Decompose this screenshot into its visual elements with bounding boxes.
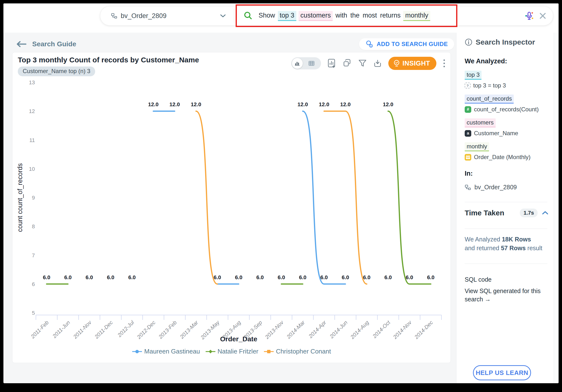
data-label: 12.0: [191, 101, 201, 107]
x-tick-label: 2011-Nov: [72, 319, 93, 340]
chart-svg: count count_of_records13121110987652011-…: [15, 78, 443, 346]
in-heading: In:: [465, 170, 549, 177]
more-options-button[interactable]: [443, 59, 446, 68]
filter-button[interactable]: [358, 59, 367, 67]
data-label: 6.0: [256, 274, 264, 280]
main-area: Search Guide ADD TO SEARCH GUIDE: [3, 33, 456, 383]
x-tick-label: 2014-Aug: [349, 319, 370, 340]
x-tick-label: 2013-Mar: [178, 319, 199, 340]
sql-code-label: SQL code: [465, 276, 549, 283]
divider: [465, 264, 547, 264]
data-label: 6.0: [342, 274, 349, 280]
in-dataset-name: bv_Order_2809: [474, 184, 517, 191]
calendar-icon: [465, 154, 471, 161]
analyzed-group: monthlyOrder_Date (Monthly): [465, 143, 549, 161]
series-line[interactable]: [153, 111, 346, 284]
we-analyzed-heading: We Analyzed:: [465, 57, 549, 65]
y-tick-label: 5: [32, 310, 35, 316]
analyzed-token[interactable]: top 3: [465, 71, 481, 80]
view-sql-link[interactable]: View SQL generated for this search →: [465, 287, 546, 303]
legend-item[interactable]: Natalie Fritzler: [205, 348, 258, 355]
data-label: 6.0: [363, 274, 371, 280]
app-window: bv_Order_2809 Showtop 3customerswiththem…: [3, 3, 559, 383]
x-tick-label: 2013-Nov: [264, 319, 285, 340]
data-label: 6.0: [385, 274, 392, 280]
guide-row: Search Guide ADD TO SEARCH GUIDE: [3, 33, 456, 52]
legend-label: Christopher Conant: [276, 348, 331, 355]
analyzed-group: customersaCustomer_Name: [465, 119, 549, 137]
analyzed-token[interactable]: monthly: [465, 142, 489, 151]
analyzed-token[interactable]: customers: [465, 118, 496, 127]
y-tick-label: 8: [32, 224, 35, 229]
time-taken-label: Time Taken: [465, 209, 504, 217]
chart-toolbar: INSIGHT: [291, 57, 446, 70]
analyzed-token[interactable]: count_of_records: [465, 95, 514, 103]
search-input[interactable]: Showtop 3customerswiththemostreturnsmont…: [234, 6, 553, 25]
data-label: 12.0: [298, 101, 308, 107]
legend-item[interactable]: Maureen Gastineau: [132, 348, 200, 355]
inspector-header: Search Inspector: [465, 38, 549, 46]
series-line[interactable]: [196, 111, 367, 284]
legend-label: Maureen Gastineau: [144, 348, 200, 355]
y-axis-title: count count_of_records: [16, 163, 24, 232]
y-tick-label: 6: [32, 281, 35, 287]
inspector-title: Search Inspector: [476, 38, 535, 46]
search-inspector-panel: Search Inspector We Analyzed: top 3?top …: [456, 33, 554, 383]
add-to-search-guide-button[interactable]: ADD TO SEARCH GUIDE: [359, 38, 454, 50]
dataset-selector[interactable]: bv_Order_2809: [100, 6, 234, 25]
back-to-search-guide[interactable]: Search Guide: [16, 40, 76, 48]
y-tick-label: 7: [32, 252, 35, 258]
series-line[interactable]: [47, 111, 431, 284]
rows-returned-count: 57 Rows: [501, 245, 526, 251]
scrollbar[interactable]: [554, 33, 559, 383]
table-view-toggle[interactable]: [303, 61, 320, 66]
microphone-icon[interactable]: [524, 11, 534, 21]
chevron-down-icon[interactable]: [219, 14, 227, 18]
analyzed-group: top 3?top 3 = top 3: [465, 71, 549, 89]
search-guide-icon: [365, 40, 374, 48]
help-us-learn-button[interactable]: HELP US LEARN: [473, 365, 531, 380]
dataset-hierarchy-icon: [465, 184, 471, 190]
x-tick-label: 2014-Oct: [371, 319, 391, 339]
insight-button[interactable]: INSIGHT: [388, 57, 436, 70]
in-dataset-row: bv_Order_2809: [465, 184, 549, 191]
search-query[interactable]: Showtop 3customerswiththemostreturnsmont…: [258, 11, 430, 21]
download-button[interactable]: [373, 59, 382, 68]
data-label: 12.0: [340, 101, 351, 107]
x-tick-label: 2014-Nov: [392, 319, 413, 340]
measure-hash-icon: #: [465, 106, 471, 113]
query-token: customers: [299, 11, 333, 21]
dataset-hierarchy-icon: [111, 13, 117, 19]
query-token: returns: [380, 11, 401, 21]
copy-button[interactable]: [342, 59, 352, 68]
question-icon: ?: [465, 83, 470, 89]
data-label: 12.0: [170, 101, 180, 107]
close-icon[interactable]: [538, 11, 547, 20]
back-arrow-icon: [16, 40, 27, 48]
rows-returned-suffix: result: [526, 245, 542, 251]
y-tick-label: 13: [29, 79, 35, 86]
analyzed-detail: count_of_records(Count): [474, 106, 539, 113]
search-bar: bv_Order_2809 Showtop 3customerswiththem…: [100, 6, 553, 26]
data-label: 6.0: [320, 274, 328, 280]
data-label: 6.0: [235, 274, 243, 280]
chevron-up-icon[interactable]: [541, 211, 549, 215]
chart-view-toggle[interactable]: [292, 58, 303, 69]
top-n-chip[interactable]: Customer_Name top (n) 3: [18, 67, 95, 76]
content-area: Search Guide ADD TO SEARCH GUIDE: [3, 33, 559, 383]
search-icon: [244, 11, 253, 21]
back-label: Search Guide: [32, 40, 76, 48]
add-to-search-guide-label: ADD TO SEARCH GUIDE: [377, 41, 448, 47]
legend-label: Natalie Fritzler: [218, 348, 258, 355]
legend-item[interactable]: Christopher Conant: [264, 348, 331, 355]
time-taken-badge: 1.7s: [520, 209, 538, 217]
x-tick-label: 2014-Apr: [307, 319, 328, 340]
line-chart[interactable]: count count_of_records13121110987652011-…: [15, 78, 443, 346]
add-chart-button[interactable]: [327, 58, 336, 68]
x-tick-label: 2011-Dec: [93, 319, 114, 340]
chart-table-toggle[interactable]: [291, 57, 321, 69]
data-label: 6.0: [214, 274, 221, 280]
data-label: 6.0: [86, 274, 93, 280]
legend-marker-circle: [132, 350, 142, 354]
data-label: 6.0: [43, 274, 50, 280]
